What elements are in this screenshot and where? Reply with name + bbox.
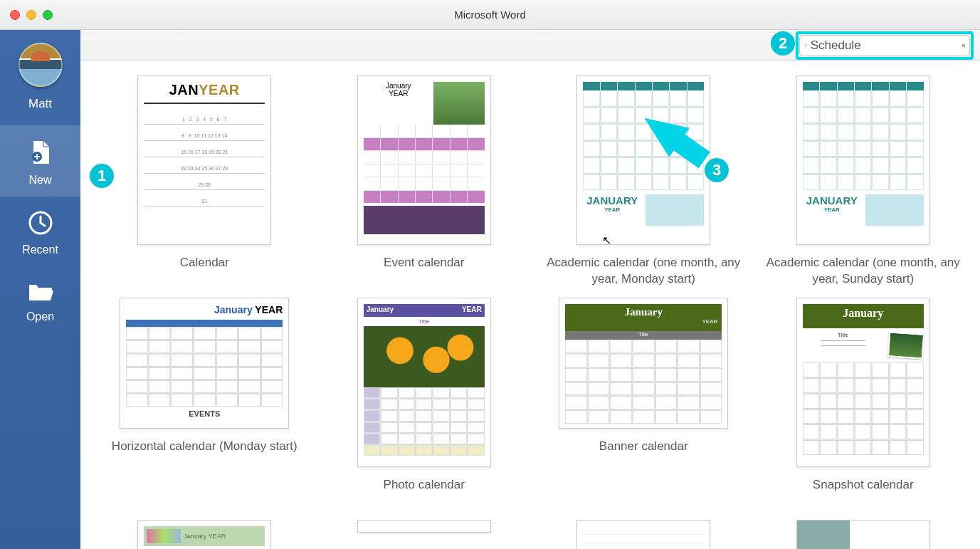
template-thumbnail: January YEAR EVENTS [120,298,289,429]
mini-calendar-grid [803,362,924,455]
thumb-month: January [364,82,433,90]
sidebar-user[interactable]: Matt [19,43,63,111]
template-label: Calendar [95,255,315,288]
template-thumbnail: JANYEAR 1 2 3 4 5 6 78 9 10 11 12 13 141… [137,75,271,245]
thumb-title: Title [838,333,848,338]
mini-calendar-grid [565,340,722,424]
minimize-window-button[interactable] [26,10,36,20]
annotation-badge-1: 1 [90,164,114,188]
template-thumbnail [796,520,930,549]
template-thumbnail: January Title―――――――――――――――――― [796,298,930,467]
template-thumbnail: JanuaryYEAR Title [357,298,491,467]
template-row3-a[interactable]: January YEAR [95,520,315,549]
template-label: Event calendar [315,255,534,288]
thumb-year: YEAR [462,305,482,315]
thumb-year: YEAR [364,90,433,98]
thumb-month: JANUARY [583,194,641,206]
thumb-title: Title [364,318,485,325]
search-input[interactable] [808,38,961,53]
mini-calendar-grid [126,327,283,407]
template-thumbnail [357,520,491,533]
template-thumbnail: JanuaryYEAR Title [559,298,728,429]
template-label: Banner calendar [534,439,754,471]
thumb-year: YEAR [583,206,641,213]
annotation-badge-3: 3 [705,158,729,182]
template-photo-calendar[interactable]: JanuaryYEAR Title Photo calendar [315,298,534,510]
template-thumbnail: JanuaryYEAR [357,75,491,245]
template-label: Horizontal calendar (Monday start) [95,439,315,471]
annotation-badge-2: 2 [771,31,795,56]
user-avatar [19,43,63,87]
new-document-icon [26,138,55,167]
sidebar-item-new[interactable]: New [0,125,80,197]
sidebar-item-label: Open [0,310,80,323]
thumb-month: January [367,305,394,315]
thumb-year: YEAR [803,206,861,213]
template-thumbnail: JANUARYYEAR [796,75,930,245]
template-label: Academic calendar (one month, any year, … [534,255,754,288]
template-row3-c[interactable] [534,520,754,549]
zoom-window-button[interactable] [43,10,53,20]
sidebar-item-open[interactable]: Open [0,266,80,333]
mini-calendar-grid [364,387,485,456]
thumb-year: YEAR [569,318,717,325]
thumb-month: January [803,304,924,328]
template-academic-monday[interactable]: 3 ↖ JANUARYYEAR Academic calendar (one m… [534,75,754,288]
template-row3-d[interactable] [754,520,974,549]
main-panel: 2 1 JANYEAR 1 2 3 4 5 6 78 9 10 11 12 13… [80,30,980,549]
search-bar: 2 [80,30,980,61]
thumb-photo-placeholder [887,331,924,359]
template-label: Snapshot calendar [754,477,974,510]
template-thumbnail [576,520,710,549]
thumb-year: YEAR [255,304,283,315]
window-title: Microsoft Word [0,9,980,21]
close-window-button[interactable] [10,10,20,20]
template-calendar[interactable]: JANYEAR 1 2 3 4 5 6 78 9 10 11 12 13 141… [95,75,315,288]
clock-icon [27,209,54,236]
thumb-year: YEAR [199,82,240,98]
mouse-cursor-icon: ↖ [602,234,611,247]
user-name: Matt [19,97,63,111]
sidebar: Matt New Recent Open [0,30,80,549]
window-titlebar: Microsoft Word [0,0,980,30]
folder-open-icon [26,279,55,303]
sidebar-item-label: New [0,174,80,187]
mini-calendar-grid [364,125,485,203]
template-horizontal-monday[interactable]: January YEAR EVENTS Horizontal calendar … [95,298,315,510]
sidebar-item-recent[interactable]: Recent [0,197,80,266]
thumb-month: January [569,306,717,318]
template-thumbnail: January YEAR [137,520,271,549]
template-gallery: 1 JANYEAR 1 2 3 4 5 6 78 9 10 11 12 13 1… [80,61,980,549]
template-label: Academic calendar (one month, any year, … [754,255,974,288]
thumb-photo-placeholder [364,326,485,387]
thumb-month: JAN [169,82,199,98]
template-row3-b[interactable] [315,520,534,549]
thumb-month: JANUARY [803,194,861,206]
thumb-year: YEAR [209,533,226,540]
sidebar-item-label: Recent [0,244,80,256]
template-event-calendar[interactable]: JanuaryYEAR Event calendar [315,75,534,288]
template-academic-sunday[interactable]: JANUARYYEAR Academic calendar (one month… [754,75,974,288]
mini-calendar-grid [803,90,924,190]
thumb-month: January [184,533,206,540]
search-field-wrapper [799,35,970,56]
thumb-month: January [214,304,253,315]
window-controls [10,10,53,20]
clear-search-icon[interactable] [961,39,965,52]
thumb-events-label: EVENTS [126,409,283,418]
template-banner-calendar[interactable]: JanuaryYEAR Title Banner calendar [534,298,754,510]
thumb-title: Title [565,331,722,340]
template-snapshot-calendar[interactable]: January Title―――――――――――――――――― Snapshot… [754,298,974,510]
template-label: Photo calendar [315,477,534,510]
svg-point-2 [805,44,807,46]
